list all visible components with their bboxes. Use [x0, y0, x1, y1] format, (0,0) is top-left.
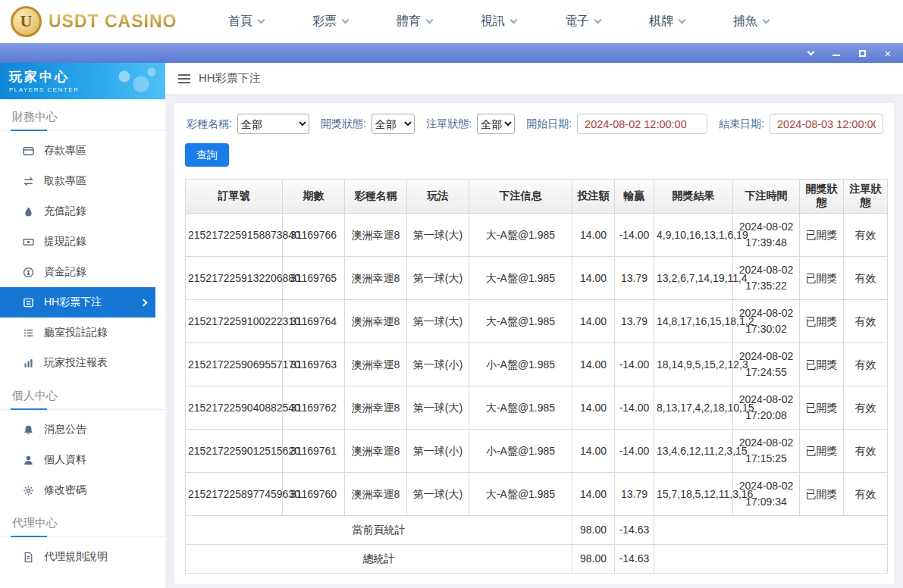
summary-label: 當前頁統計	[186, 516, 572, 545]
column-header-bet-time: 下注時間	[733, 180, 800, 214]
sidebar-menu: 財務中心存款專區取款專區充值記錄提現記錄資金記錄HH彩票下注廳室投註記錄玩家投注…	[0, 99, 165, 572]
cell-play: 第一球(大)	[407, 473, 469, 516]
sidebar-item-label: 廳室投註記錄	[44, 326, 108, 339]
sidebar-item-room-bet-record[interactable]: 廳室投註記錄	[0, 317, 165, 348]
cell-order-no: 2152172259012515620	[186, 430, 283, 473]
start-date-input[interactable]	[577, 114, 707, 134]
column-header-draw-result: 開獎結果	[654, 180, 733, 214]
summary-label: 總統計	[186, 545, 572, 574]
sidebar-item-hh-lottery-bets[interactable]: HH彩票下注	[0, 287, 155, 317]
nav-label: 視訊	[481, 14, 505, 30]
column-header-play: 玩法	[407, 180, 469, 214]
nav-item-sports[interactable]: 體育	[397, 14, 432, 30]
cell-period: 31169763	[283, 343, 345, 386]
cell-bet-info: 小-A盤@1.985	[469, 430, 572, 473]
end-date-input[interactable]	[770, 114, 883, 134]
sidebar-item-recharge-record[interactable]: 充值記錄	[0, 196, 165, 227]
cell-order-no: 2152172259040882540	[186, 386, 283, 430]
nav-item-chess[interactable]: 棋牌	[649, 14, 685, 30]
menu-toggle-icon[interactable]	[178, 74, 190, 83]
sidebar: 玩家中心 PLAYERS CENTER 財務中心存款專區取款專區充值記錄提現記錄…	[0, 63, 165, 588]
bets-table: 訂單號期數彩種名稱玩法下注信息投注額輸贏開獎結果下注時間開獎狀態注單狀態 215…	[185, 179, 888, 574]
logo[interactable]: U USDT CASINO	[11, 6, 189, 37]
breadcrumb-bar: HH彩票下注	[165, 63, 903, 95]
table-row: 215217225913220688031169765澳洲幸運8第一球(大)大-…	[186, 257, 888, 300]
sidebar-decoration	[111, 66, 159, 96]
cell-draw-status: 已開獎	[800, 343, 844, 386]
cell-win-loss: 13.79	[615, 257, 654, 300]
cell-win-loss: 13.79	[615, 300, 654, 343]
window-close-icon[interactable]: ×	[882, 47, 894, 59]
cell-period: 31169761	[283, 430, 345, 473]
cell-order-no: 2152172259132206880	[186, 257, 283, 300]
cell-order-no: 2152172259158873840	[186, 214, 283, 257]
sidebar-item-label: 玩家投注報表	[44, 356, 108, 370]
app-window: U USDT CASINO 首頁彩票體育視訊電子棋牌捕魚 × 玩家中心 PLAY…	[0, 0, 903, 588]
coin-icon	[23, 267, 34, 278]
cell-draw-status: 已開獎	[800, 257, 844, 300]
cell-lottery: 澳洲幸運8	[345, 386, 407, 430]
cell-draw-status: 已開獎	[800, 214, 844, 257]
draw-status-select[interactable]: 全部	[372, 114, 415, 134]
chevron-down-icon	[426, 16, 434, 23]
cell-bet-status: 有效	[844, 214, 888, 257]
cell-draw-result: 13,2,6,7,14,19,11,4	[654, 257, 733, 300]
sidebar-item-withdraw-zone[interactable]: 取款專區	[0, 166, 165, 196]
window-maximize-icon[interactable]	[856, 47, 868, 59]
main-content: HH彩票下注 彩種名稱: 全部 開獎狀態: 全部 注單狀態:	[165, 63, 903, 588]
cell-win-loss: -14.00	[615, 386, 654, 430]
nav-item-home[interactable]: 首頁	[228, 14, 264, 30]
cell-period: 31169760	[283, 473, 345, 516]
nav-label: 棋牌	[649, 14, 673, 30]
nav-item-lottery[interactable]: 彩票	[312, 14, 348, 30]
sidebar-item-profile[interactable]: 個人資料	[0, 445, 165, 475]
draw-status-label: 開獎狀態:	[321, 117, 366, 131]
cell-draw-status: 已開獎	[800, 300, 844, 343]
page-title: HH彩票下注	[199, 71, 261, 86]
bell-icon	[23, 424, 34, 436]
sidebar-item-label: HH彩票下注	[44, 296, 102, 309]
summary-win-loss: -14.63	[615, 516, 654, 545]
sidebar-item-player-bet-report[interactable]: 玩家投注報表	[0, 348, 165, 378]
sidebar-item-agent-rules[interactable]: 代理規則說明	[0, 542, 165, 572]
cell-bet-status: 有效	[844, 386, 888, 430]
sidebar-item-change-password[interactable]: 修改密碼	[0, 475, 165, 505]
cell-bet-info: 大-A盤@1.985	[469, 257, 572, 300]
nav-item-video[interactable]: 視訊	[481, 14, 516, 30]
cell-draw-status: 已開獎	[800, 473, 844, 516]
cell-play: 第一球(小)	[407, 343, 469, 386]
cell-draw-status: 已開獎	[800, 430, 844, 473]
cell-draw-result: 18,14,9,5,15,2,12,3	[654, 343, 733, 386]
cell-order-no: 2152172259100222310	[186, 300, 283, 343]
column-header-period: 期數	[283, 180, 345, 214]
content-panel: 彩種名稱: 全部 開獎狀態: 全部 注單狀態: 全部 開始日期:	[174, 103, 894, 584]
nav-item-slots[interactable]: 電子	[565, 14, 600, 30]
bet-status-select[interactable]: 全部	[477, 114, 515, 134]
column-header-order-no: 訂單號	[186, 180, 283, 214]
nav-label: 捕魚	[733, 14, 757, 30]
nav-label: 體育	[397, 14, 421, 30]
nav-item-fishing[interactable]: 捕魚	[733, 14, 769, 30]
cell-bet-amount: 14.00	[572, 214, 615, 257]
cell-bet-amount: 14.00	[572, 430, 615, 473]
lottery-name-select[interactable]: 全部	[237, 114, 309, 134]
sidebar-item-funds-record[interactable]: 資金記錄	[0, 257, 165, 287]
sidebar-header: 玩家中心 PLAYERS CENTER	[0, 63, 165, 99]
column-header-draw-status: 開獎狀態	[800, 180, 844, 214]
sidebar-item-cashout-record[interactable]: 提現記錄	[0, 227, 165, 257]
lottery-ticket-icon	[23, 297, 34, 308]
cell-bet-status: 有效	[844, 257, 888, 300]
cell-bet-amount: 14.00	[572, 343, 615, 386]
cell-bet-amount: 14.00	[572, 473, 615, 516]
main-nav: 首頁彩票體育視訊電子棋牌捕魚	[228, 14, 769, 30]
window-collapse-icon[interactable]	[804, 47, 817, 59]
summary-empty	[654, 516, 888, 545]
query-button[interactable]: 查詢	[185, 143, 229, 167]
window-minimize-icon[interactable]	[830, 47, 842, 59]
cell-bet-info: 大-A盤@1.985	[469, 473, 572, 516]
sidebar-item-deposit-zone[interactable]: 存款專區	[0, 136, 165, 166]
sidebar-item-announcements[interactable]: 消息公告	[0, 414, 165, 445]
chevron-right-icon	[140, 299, 148, 306]
summary-row: 當前頁統計98.00-14.63	[186, 516, 888, 545]
user-icon	[23, 455, 34, 466]
